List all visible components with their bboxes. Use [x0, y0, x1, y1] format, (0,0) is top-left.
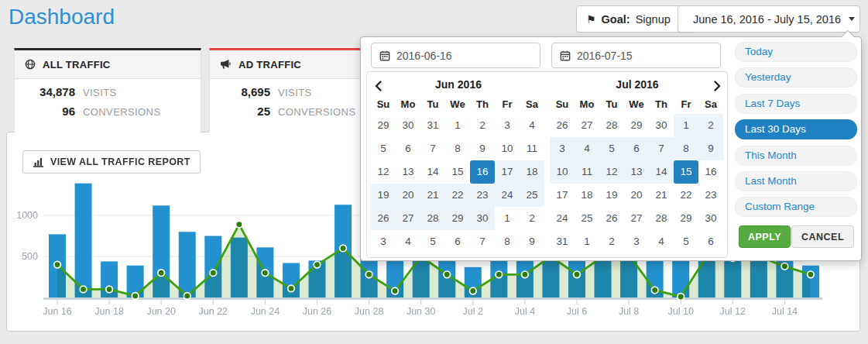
day-cell-31[interactable]: 31	[420, 114, 445, 137]
day-cell-10[interactable]: 10	[495, 137, 520, 160]
day-cell-12[interactable]: 12	[599, 160, 624, 184]
day-cell-16[interactable]: 16	[698, 160, 723, 184]
day-cell-30[interactable]: 30	[470, 207, 495, 230]
day-cell-4[interactable]: 4	[575, 137, 599, 160]
day-cell-21[interactable]: 21	[420, 184, 445, 207]
day-cell-18[interactable]: 18	[520, 160, 544, 184]
day-cell-18[interactable]: 18	[575, 184, 599, 207]
day-cell-14[interactable]: 14	[649, 160, 674, 184]
day-cell-29[interactable]: 29	[624, 114, 649, 137]
day-cell-5[interactable]: 5	[371, 137, 396, 160]
day-cell-27[interactable]: 27	[396, 207, 420, 230]
day-cell-5[interactable]: 5	[674, 230, 698, 253]
day-cell-28[interactable]: 28	[420, 207, 445, 230]
day-cell-17[interactable]: 17	[550, 184, 575, 207]
day-cell-2[interactable]: 2	[470, 114, 495, 137]
day-cell-6[interactable]: 6	[396, 137, 420, 160]
end-date-input[interactable]	[577, 50, 708, 62]
day-cell-29[interactable]: 29	[445, 207, 470, 230]
day-cell-9[interactable]: 9	[520, 230, 544, 253]
preset-this-month[interactable]: This Month	[735, 146, 857, 166]
preset-last-month[interactable]: Last Month	[735, 171, 857, 191]
day-cell-27[interactable]: 27	[575, 114, 599, 137]
day-cell-24[interactable]: 24	[550, 207, 575, 230]
day-cell-13[interactable]: 13	[624, 160, 649, 184]
day-cell-26[interactable]: 26	[599, 207, 624, 230]
day-cell-1[interactable]: 1	[495, 207, 520, 230]
day-cell-3[interactable]: 3	[495, 114, 520, 137]
day-cell-2[interactable]: 2	[520, 207, 544, 230]
day-cell-6[interactable]: 6	[445, 230, 470, 253]
start-date-field[interactable]	[371, 43, 540, 68]
day-cell-25[interactable]: 25	[575, 207, 599, 230]
end-date-field[interactable]	[551, 43, 721, 68]
day-cell-7[interactable]: 7	[420, 137, 445, 160]
day-cell-6[interactable]: 6	[698, 230, 723, 253]
day-cell-30[interactable]: 30	[698, 207, 723, 230]
day-cell-29[interactable]: 29	[674, 207, 698, 230]
day-cell-11[interactable]: 11	[575, 160, 599, 184]
day-cell-19[interactable]: 19	[599, 184, 624, 207]
day-cell-26[interactable]: 26	[550, 114, 575, 137]
preset-last-30-days[interactable]: Last 30 Days	[735, 119, 857, 139]
day-cell-9[interactable]: 9	[698, 137, 723, 160]
day-cell-30[interactable]: 30	[649, 114, 674, 137]
prev-month-button[interactable]	[374, 78, 383, 97]
day-cell-3[interactable]: 3	[624, 230, 649, 253]
day-cell-23[interactable]: 23	[698, 184, 723, 207]
day-cell-15-selected[interactable]: 15	[674, 160, 698, 184]
start-date-input[interactable]	[396, 50, 528, 62]
day-cell-14[interactable]: 14	[420, 160, 445, 184]
day-cell-4[interactable]: 4	[520, 114, 544, 137]
day-cell-19[interactable]: 19	[371, 184, 396, 207]
day-cell-10[interactable]: 10	[550, 160, 575, 184]
day-cell-15[interactable]: 15	[445, 160, 470, 184]
day-cell-21[interactable]: 21	[649, 184, 674, 207]
preset-today[interactable]: Today	[735, 42, 857, 62]
day-cell-4[interactable]: 4	[396, 230, 420, 253]
day-cell-31[interactable]: 31	[550, 230, 575, 253]
day-cell-8[interactable]: 8	[445, 137, 470, 160]
day-cell-8[interactable]: 8	[495, 230, 520, 253]
preset-yesterday[interactable]: Yesterday	[735, 67, 857, 88]
day-cell-29[interactable]: 29	[371, 114, 396, 137]
day-cell-3[interactable]: 3	[371, 230, 396, 253]
day-cell-20[interactable]: 20	[396, 184, 420, 207]
day-cell-22[interactable]: 22	[445, 184, 470, 207]
day-cell-7[interactable]: 7	[470, 230, 495, 253]
day-cell-1[interactable]: 1	[674, 114, 698, 137]
day-cell-20[interactable]: 20	[624, 184, 649, 207]
day-cell-28[interactable]: 28	[649, 207, 674, 230]
day-cell-25[interactable]: 25	[520, 184, 544, 207]
preset-custom-range[interactable]: Custom Range	[735, 197, 857, 217]
day-cell-2[interactable]: 2	[698, 114, 723, 137]
day-cell-23[interactable]: 23	[470, 184, 495, 207]
day-cell-3[interactable]: 3	[550, 137, 575, 160]
day-cell-1[interactable]: 1	[445, 114, 470, 137]
day-cell-5[interactable]: 5	[599, 137, 624, 160]
day-cell-17[interactable]: 17	[495, 160, 520, 184]
day-cell-5[interactable]: 5	[420, 230, 445, 253]
day-cell-30[interactable]: 30	[396, 114, 420, 137]
day-cell-26[interactable]: 26	[371, 207, 396, 230]
day-cell-22[interactable]: 22	[674, 184, 698, 207]
day-cell-27[interactable]: 27	[624, 207, 649, 230]
day-cell-16-selected[interactable]: 16	[470, 160, 495, 184]
day-cell-2[interactable]: 2	[599, 230, 624, 253]
day-cell-1[interactable]: 1	[575, 230, 599, 253]
apply-button[interactable]: APPLY	[739, 225, 791, 248]
day-cell-4[interactable]: 4	[649, 230, 674, 253]
day-cell-7[interactable]: 7	[649, 137, 674, 160]
day-cell-11[interactable]: 11	[520, 137, 544, 160]
day-cell-12[interactable]: 12	[371, 160, 396, 184]
preset-last-7-days[interactable]: Last 7 Days	[735, 94, 857, 114]
cancel-button[interactable]: CANCEL	[791, 225, 854, 248]
date-range-button[interactable]: June 16, 2016 - July 15, 2016	[678, 5, 860, 33]
day-cell-6[interactable]: 6	[624, 137, 649, 160]
next-month-button[interactable]	[713, 78, 722, 97]
day-cell-13[interactable]: 13	[396, 160, 420, 184]
day-cell-8[interactable]: 8	[674, 137, 698, 160]
day-cell-28[interactable]: 28	[599, 114, 624, 137]
day-cell-24[interactable]: 24	[495, 184, 520, 207]
day-cell-9[interactable]: 9	[470, 137, 495, 160]
